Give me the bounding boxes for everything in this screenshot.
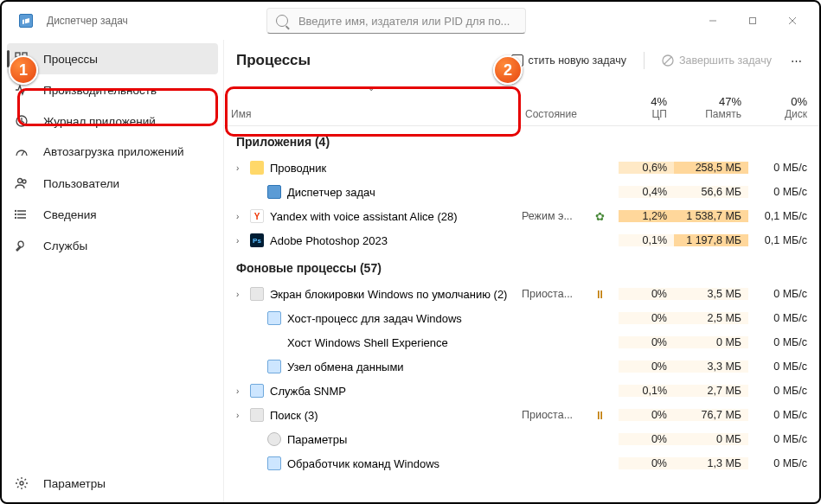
process-name: Экран блокировки Windows по умолчанию (2… [270, 288, 507, 301]
sidebar-item-users[interactable]: Пользователи [7, 168, 218, 199]
process-name-cell: ›Служба SNMP [224, 384, 518, 398]
group-header: Фоновые процессы (57) [224, 252, 819, 282]
suspended-icon: ⏸ [593, 409, 606, 422]
expand-icon[interactable]: › [236, 163, 244, 173]
process-disk: 0 МБ/с [748, 336, 814, 348]
process-status: Режим э... [518, 210, 593, 222]
minimize-button[interactable] [693, 8, 733, 34]
sidebar-item-settings[interactable]: Параметры [7, 468, 218, 499]
annotation-marker-2: 2 [493, 55, 523, 85]
process-mem: 3,5 МБ [674, 288, 748, 300]
process-row[interactable]: ›PsAdobe Photoshop 20230,1%1 197,8 МБ0,1… [224, 228, 819, 252]
process-name-cell: ›Поиск (3) [224, 408, 518, 422]
process-mem: 258,5 МБ [674, 162, 748, 174]
process-name: Узел обмена данными [287, 360, 404, 373]
search-icon [276, 15, 288, 27]
expand-icon[interactable]: › [236, 290, 244, 299]
process-name-cell: ›Диспетчер задач [224, 185, 518, 199]
process-row[interactable]: ›Экран блокировки Windows по умолчанию (… [224, 282, 819, 306]
process-row[interactable]: ›Параметры0%0 МБ0 МБ/с [224, 427, 819, 451]
process-row[interactable]: ›Узел обмена данными0%3,3 МБ0 МБ/с [224, 354, 819, 379]
task-manager-icon [267, 185, 281, 199]
sidebar-label: Процессы [43, 53, 98, 66]
gear-icon [14, 475, 29, 491]
process-row[interactable]: ›Диспетчер задач0,4%56,6 МБ0 МБ/с [224, 180, 819, 204]
process-disk: 0 МБ/с [748, 360, 814, 373]
process-disk: 0,1 МБ/с [748, 210, 814, 222]
svg-point-10 [18, 179, 22, 183]
end-task-label: Завершить задачу [679, 54, 772, 67]
sort-indicator-icon: ⌄ [368, 83, 375, 93]
process-cpu: 0,4% [619, 186, 674, 198]
header-name[interactable]: ⌄ Имя [224, 81, 518, 125]
process-name: Хост-процесс для задач Windows [287, 312, 462, 325]
folder-icon [250, 161, 264, 175]
end-task-button[interactable]: Завершить задачу [653, 47, 780, 74]
expand-icon[interactable]: › [236, 386, 244, 396]
search-input[interactable]: Введите имя, издателя или PID для по... [266, 8, 526, 34]
process-row[interactable]: ›Хост Windows Shell Experience0%0 МБ0 МБ… [224, 330, 819, 354]
process-disk: 0 МБ/с [748, 186, 814, 198]
titlebar: Диспетчер задач Введите имя, издателя ил… [2, 2, 819, 40]
svg-point-17 [16, 218, 16, 219]
column-headers[interactable]: ⌄ Имя Состояние 4%ЦП 47%Память 0%Диск [224, 81, 819, 126]
process-cpu: 0,6% [619, 162, 674, 174]
process-cpu: 0,1% [619, 385, 674, 397]
process-cpu: 1,2% [619, 210, 674, 222]
process-name-cell: ›Параметры [224, 432, 518, 446]
gear-icon [267, 432, 281, 446]
process-name-cell: ›Проводник [224, 161, 518, 175]
process-disk: 0 МБ/с [748, 162, 814, 174]
sidebar-item-performance[interactable]: Производительность [7, 74, 218, 105]
process-cpu: 0% [619, 409, 674, 421]
close-button[interactable] [773, 8, 812, 34]
more-button[interactable]: ⋯ [786, 47, 807, 74]
separator [644, 52, 645, 69]
sidebar-item-startup[interactable]: Автозагрузка приложений [7, 137, 218, 168]
svg-point-15 [16, 211, 16, 212]
window-icon [250, 384, 264, 398]
process-name: Yandex with voice assistant Alice (28) [270, 210, 458, 223]
header-cpu[interactable]: 4%ЦП [619, 81, 674, 125]
photoshop-icon: Ps [250, 233, 264, 247]
expand-icon[interactable]: › [236, 212, 244, 221]
maximize-button[interactable] [733, 8, 773, 34]
annotation-marker-1: 1 [9, 55, 38, 85]
process-row[interactable]: ›Обработчик команд Windows0%1,3 МБ0 МБ/с [224, 451, 819, 475]
sidebar-label: Сведения [43, 208, 97, 221]
process-cpu: 0% [619, 360, 674, 373]
stop-icon [662, 54, 674, 67]
process-mem: 76,7 МБ [674, 409, 748, 421]
sidebar-label: Параметры [43, 477, 106, 490]
svg-line-20 [664, 57, 671, 64]
header-disk[interactable]: 0%Диск [748, 81, 814, 125]
process-disk: 0,1 МБ/с [748, 234, 814, 246]
window-controls [693, 8, 812, 34]
process-name: Adobe Photoshop 2023 [270, 234, 388, 247]
process-disk: 0 МБ/с [748, 288, 814, 300]
process-name-cell: ›YYandex with voice assistant Alice (28) [224, 209, 518, 223]
sidebar-item-processes[interactable]: Процессы [7, 43, 218, 74]
process-name: Служба SNMP [270, 385, 346, 398]
expand-icon[interactable]: › [236, 411, 244, 420]
sidebar-item-details[interactable]: Сведения [7, 199, 218, 230]
header-status[interactable]: Состояние [518, 81, 593, 125]
process-disk: 0 МБ/с [748, 409, 814, 421]
group-header: Приложения (4) [224, 126, 819, 156]
process-name-cell: ›Обработчик команд Windows [224, 456, 518, 470]
header-memory[interactable]: 47%Память [674, 81, 748, 125]
history-icon [14, 113, 29, 129]
process-row[interactable]: ›Поиск (3)Приоста...⏸0%76,7 МБ0 МБ/с [224, 403, 819, 427]
process-row[interactable]: ›Служба SNMP0,1%2,7 МБ0 МБ/с [224, 379, 819, 403]
app-icon [19, 14, 33, 28]
process-row[interactable]: ›YYandex with voice assistant Alice (28)… [224, 204, 819, 228]
process-row[interactable]: ›Хост-процесс для задач Windows0%2,5 МБ0… [224, 306, 819, 330]
process-mem: 2,5 МБ [674, 312, 748, 324]
process-row[interactable]: ›Проводник0,6%258,5 МБ0 МБ/с [224, 156, 819, 180]
expand-icon[interactable]: › [236, 236, 244, 246]
sidebar-item-app-history[interactable]: Журнал приложений [7, 105, 218, 137]
sidebar-item-services[interactable]: Службы [7, 230, 218, 261]
process-cpu: 0,1% [619, 234, 674, 246]
process-list[interactable]: Приложения (4)›Проводник0,6%258,5 МБ0 МБ… [224, 126, 819, 502]
process-name: Проводник [270, 162, 326, 175]
